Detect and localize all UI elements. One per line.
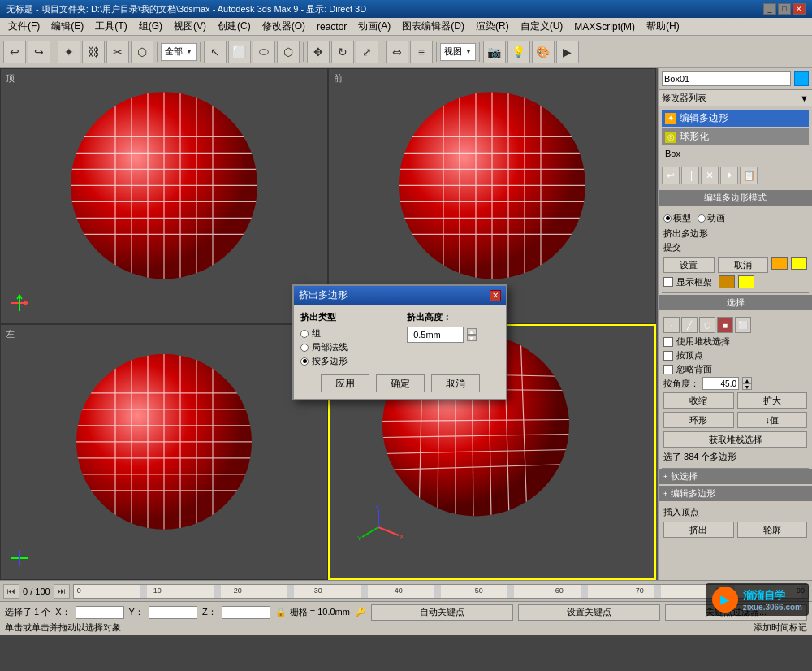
auto-key-button[interactable]: 自动关键点 bbox=[371, 604, 513, 621]
dialog-cancel-button[interactable]: 取消 bbox=[431, 374, 480, 392]
axis-cross-bl bbox=[7, 546, 32, 570]
menu-group[interactable]: 组(G) bbox=[134, 18, 167, 35]
dialog-apply-button[interactable]: 应用 bbox=[321, 374, 369, 392]
move-button[interactable]: ✥ bbox=[307, 41, 330, 63]
camera-button[interactable]: 📷 bbox=[483, 41, 506, 63]
maximize-button[interactable]: □ bbox=[778, 3, 791, 15]
height-up[interactable]: ▲ bbox=[467, 328, 477, 335]
viewport-top[interactable]: 顶 bbox=[0, 68, 328, 324]
menu-render[interactable]: 渲染(R) bbox=[471, 18, 514, 35]
by-vertex-checkbox[interactable] bbox=[663, 351, 673, 361]
menu-modifiers[interactable]: 修改器(O) bbox=[257, 18, 310, 35]
render-button[interactable]: ▶ bbox=[556, 41, 579, 63]
select-region-fence-button[interactable]: ⬡ bbox=[277, 41, 300, 63]
dialog-close-button[interactable]: ✕ bbox=[490, 290, 501, 301]
y-input[interactable] bbox=[149, 606, 197, 619]
extrude-btn[interactable]: 挤出 bbox=[663, 522, 734, 538]
mode-model-radio[interactable]: 模型 bbox=[663, 212, 691, 224]
angle-up[interactable]: ▲ bbox=[742, 377, 752, 383]
menu-customize[interactable]: 自定义(U) bbox=[516, 18, 568, 35]
svg-line-74 bbox=[378, 527, 399, 535]
color-swatch-2[interactable] bbox=[791, 257, 807, 270]
set-key-button[interactable]: 设置关键点 bbox=[518, 604, 660, 621]
menu-tools[interactable]: 工具(T) bbox=[90, 18, 132, 35]
expand-button[interactable]: 扩大 bbox=[737, 392, 808, 409]
menu-reactor[interactable]: reactor bbox=[312, 19, 352, 34]
modifier-spherify[interactable]: ◎ 球形化 bbox=[662, 128, 809, 145]
height-down[interactable]: ▼ bbox=[467, 335, 477, 341]
menu-maxscript[interactable]: MAXScript(M) bbox=[569, 19, 640, 34]
radio-local-circle[interactable] bbox=[300, 344, 309, 352]
ring-button[interactable]: 环形 bbox=[663, 412, 734, 428]
section-edit-mode[interactable]: 编辑多边形模式 bbox=[659, 190, 812, 206]
cancel-mode-button[interactable]: 取消 bbox=[718, 257, 769, 273]
timeline-bar[interactable]: 0 10 20 30 40 50 60 70 80 90 bbox=[73, 584, 809, 599]
x-input[interactable] bbox=[76, 606, 124, 619]
timeline-prev-btn[interactable]: ⏮ bbox=[3, 584, 19, 599]
radio-group-circle[interactable] bbox=[300, 330, 309, 338]
cage-color-swatch[interactable] bbox=[719, 275, 735, 288]
menu-edit[interactable]: 编辑(E) bbox=[46, 18, 89, 35]
value-button[interactable]: ↓值 bbox=[737, 412, 808, 428]
setup-button[interactable]: 设置 bbox=[663, 257, 715, 273]
use-stack-checkbox[interactable] bbox=[663, 337, 673, 347]
align-button[interactable]: ≡ bbox=[410, 41, 433, 63]
section-soft-select[interactable]: + 软选择 bbox=[659, 469, 812, 484]
timeline-next-btn[interactable]: ⏭ bbox=[54, 584, 70, 599]
panel-btn-2[interactable]: || bbox=[681, 167, 699, 184]
scale-button[interactable]: ⤢ bbox=[356, 41, 378, 63]
redo-button[interactable]: ↪ bbox=[28, 41, 50, 63]
viewport-dropdown[interactable]: 视图 ▼ bbox=[440, 43, 476, 61]
panel-btn-1[interactable]: ↩ bbox=[662, 167, 680, 184]
angle-down[interactable]: ▼ bbox=[742, 383, 752, 390]
bind-button[interactable]: ⬡ bbox=[131, 41, 153, 63]
radio-by-polygon-circle[interactable] bbox=[300, 357, 309, 366]
light-button[interactable]: 💡 bbox=[508, 41, 530, 63]
unlink-button[interactable]: ✂ bbox=[106, 41, 129, 63]
menu-create[interactable]: 创建(C) bbox=[213, 18, 256, 35]
menu-file[interactable]: 文件(F) bbox=[3, 18, 45, 35]
show-cage-checkbox[interactable] bbox=[663, 277, 673, 287]
sel-edge-icon[interactable]: ╱ bbox=[681, 317, 698, 333]
cage-color-swatch-2[interactable] bbox=[738, 275, 754, 288]
shrink-button[interactable]: 收缩 bbox=[663, 392, 734, 409]
undo-button[interactable]: ↩ bbox=[3, 41, 26, 63]
ignore-back-checkbox[interactable] bbox=[663, 365, 673, 374]
select-button[interactable]: ✦ bbox=[58, 41, 80, 63]
mirror-button[interactable]: ⇔ bbox=[386, 41, 408, 63]
sel-vertex-icon[interactable]: · bbox=[663, 317, 680, 333]
mode-animation-radio[interactable]: 动画 bbox=[698, 212, 725, 224]
sel-polygon-icon[interactable]: ■ bbox=[717, 317, 733, 333]
height-input[interactable] bbox=[407, 327, 464, 343]
material-button[interactable]: 🎨 bbox=[532, 41, 555, 63]
object-name-input[interactable] bbox=[662, 71, 791, 86]
menu-graph-editors[interactable]: 图表编辑器(D) bbox=[397, 18, 469, 35]
dialog-ok-button[interactable]: 确定 bbox=[376, 374, 425, 392]
select-region-circle-button[interactable]: ⬭ bbox=[253, 41, 275, 63]
select-object-button[interactable]: ↖ bbox=[204, 41, 227, 63]
panel-btn-5[interactable]: 📋 bbox=[740, 167, 758, 184]
section-edit-polygon[interactable]: + 编辑多边形 bbox=[659, 486, 812, 501]
z-input[interactable] bbox=[222, 606, 270, 619]
filter-dropdown[interactable]: 全部 ▼ bbox=[161, 43, 197, 61]
get-stack-button[interactable]: 获取堆栈选择 bbox=[663, 431, 807, 448]
close-button[interactable]: ✕ bbox=[793, 3, 806, 15]
viewport-left[interactable]: 左 bbox=[0, 324, 328, 580]
sel-border-icon[interactable]: ⬡ bbox=[699, 317, 715, 333]
object-color-swatch[interactable] bbox=[794, 71, 809, 86]
link-button[interactable]: ⛓ bbox=[82, 41, 105, 63]
select-region-rect-button[interactable]: ⬜ bbox=[228, 41, 251, 63]
menu-help[interactable]: 帮助(H) bbox=[641, 18, 685, 35]
menu-animation[interactable]: 动画(A) bbox=[353, 18, 395, 35]
panel-btn-3[interactable]: ✕ bbox=[701, 167, 719, 184]
section-select[interactable]: 选择 bbox=[659, 295, 812, 310]
color-swatch-1[interactable] bbox=[771, 257, 788, 270]
sel-element-icon[interactable]: ⬜ bbox=[735, 317, 751, 333]
panel-btn-4[interactable]: ✦ bbox=[720, 167, 738, 184]
angle-input[interactable] bbox=[702, 377, 739, 390]
modifier-edit-poly[interactable]: ✦ 编辑多边形 bbox=[662, 110, 809, 127]
outline-btn[interactable]: 轮廓 bbox=[737, 522, 808, 538]
menu-view[interactable]: 视图(V) bbox=[169, 18, 211, 35]
rotate-button[interactable]: ↻ bbox=[331, 41, 354, 63]
minimize-button[interactable]: _ bbox=[763, 3, 776, 15]
